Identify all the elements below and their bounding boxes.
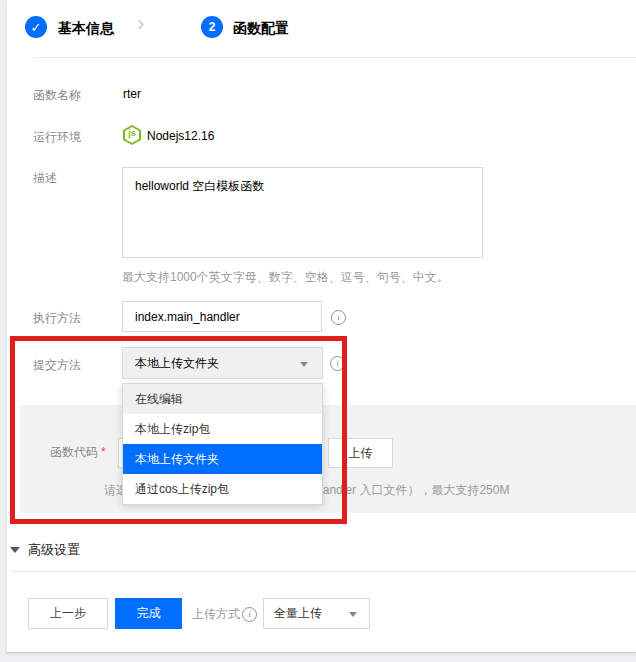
- function-name-label: 函数名称: [33, 87, 81, 104]
- function-code-label-wrap: 函数代码*: [50, 444, 106, 461]
- submit-info-icon[interactable]: i: [330, 356, 345, 371]
- upload-mode-select[interactable]: 全量上传: [263, 598, 370, 629]
- runtime-label: 运行环境: [33, 129, 81, 146]
- dropdown-option-local-zip[interactable]: 本地上传zip包: [123, 414, 322, 444]
- advanced-divider: [12, 571, 636, 572]
- nodejs-icon: js: [123, 125, 141, 145]
- runtime-value: Nodejs12.16: [147, 129, 214, 143]
- advanced-settings-toggle[interactable]: 高级设置: [10, 541, 80, 559]
- check-icon: ✓: [31, 20, 42, 35]
- upload-button[interactable]: 上传: [328, 438, 393, 468]
- submit-method-value: 本地上传文件夹: [135, 356, 219, 370]
- finish-button[interactable]: 完成: [115, 598, 182, 629]
- dropdown-option-cos-zip[interactable]: 通过cos上传zip包: [123, 474, 322, 504]
- description-textarea[interactable]: helloworld 空白模板函数: [122, 167, 483, 258]
- advanced-settings-label: 高级设置: [28, 541, 80, 559]
- triangle-down-icon: [10, 547, 20, 553]
- upload-mode-info-icon[interactable]: i: [242, 607, 257, 622]
- chevron-down-icon: [349, 612, 357, 617]
- submit-method-dropdown-menu: 在线编辑 本地上传zip包 本地上传文件夹 通过cos上传zip包: [122, 383, 323, 505]
- description-label: 描述: [33, 170, 57, 187]
- header-divider: [33, 57, 636, 58]
- dropdown-option-local-folder[interactable]: 本地上传文件夹: [123, 444, 322, 474]
- step1-label: 基本信息: [58, 20, 114, 38]
- prev-step-button[interactable]: 上一步: [28, 598, 108, 629]
- upload-mode-label-wrap: 上传方式 i: [192, 606, 257, 623]
- required-asterisk: *: [101, 445, 106, 459]
- handler-label: 执行方法: [33, 310, 81, 327]
- submit-method-label: 提交方法: [33, 357, 81, 374]
- step1-check-icon: ✓: [25, 16, 47, 38]
- nodejs-icon-text: js: [123, 128, 141, 138]
- submit-method-select[interactable]: 本地上传文件夹: [122, 347, 323, 379]
- chevron-down-icon: [300, 362, 308, 367]
- handler-info-icon[interactable]: i: [331, 310, 346, 325]
- chevron-right-icon: ›: [137, 13, 144, 35]
- step2-badge: 2: [201, 16, 223, 38]
- function-name-value: rter: [123, 87, 141, 101]
- handler-input[interactable]: [122, 301, 322, 332]
- upload-mode-value: 全量上传: [274, 606, 322, 620]
- upload-mode-label: 上传方式: [192, 606, 240, 623]
- description-hint: 最大支持1000个英文字母、数字、空格、逗号、句号、中文。: [122, 269, 449, 286]
- dropdown-option-online-edit[interactable]: 在线编辑: [123, 384, 322, 414]
- step2-label: 函数配置: [233, 20, 289, 38]
- function-code-label: 函数代码: [50, 445, 98, 459]
- step2-number: 2: [209, 20, 216, 34]
